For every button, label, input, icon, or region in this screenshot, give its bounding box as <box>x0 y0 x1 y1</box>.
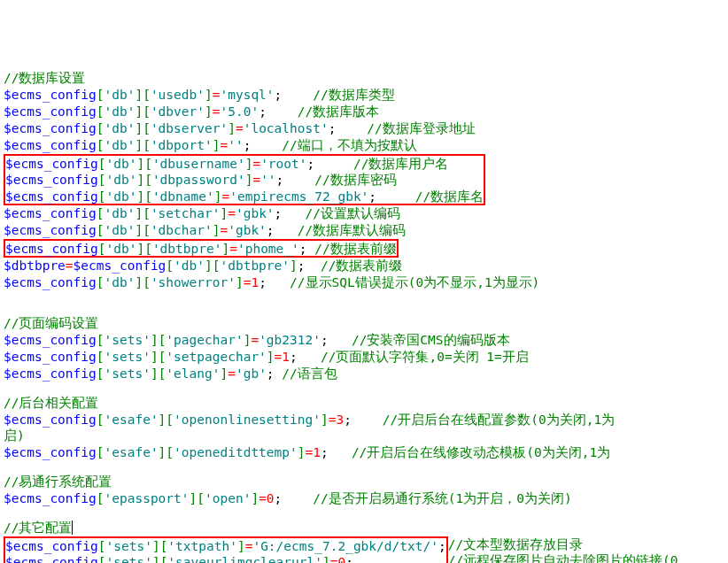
code-line: $ecms_config['epassport']['open']=0; //是… <box>4 490 724 507</box>
section-comment: //数据库设置 <box>4 70 724 87</box>
code-line: $ecms_config['db']['dbchar']='gbk'; //数据… <box>4 222 724 239</box>
section-comment: //后台相关配置 <box>4 395 724 412</box>
code-line: $ecms_config['db']['dbport']=''; //端口，不填… <box>4 137 724 154</box>
code-line: $ecms_config['db']['dbname']='empirecms_… <box>5 189 484 205</box>
highlight-box-other: $ecms_config['sets']['txtpath']='G:/ecms… <box>4 536 448 563</box>
code-line: $ecms_config['sets']['elang']='gb'; //语言… <box>4 366 724 382</box>
code-line: $ecms_config['sets']['txtpath']='G:/ecms… <box>5 538 446 555</box>
code-line: $ecms_config['sets']['pagechar']='gb2312… <box>4 332 724 349</box>
code-line: $ecms_config['sets']['setpagechar']=1; /… <box>4 349 724 366</box>
code-line: $ecms_config['db']['dbusername']='root';… <box>5 156 484 173</box>
code-block: //数据库设置$ecms_config['db']['usedb']='mysq… <box>4 70 724 563</box>
code-line: $ecms_config['db']['dbserver']='localhos… <box>4 120 724 137</box>
code-line: $ecms_config['db']['usedb']='mysql'; //数… <box>4 87 724 104</box>
code-line: $ecms_config['db']['showerror']=1; //显示S… <box>4 274 724 291</box>
highlight-box-db-credentials: $ecms_config['db']['dbusername']='root';… <box>4 154 485 206</box>
section-comment: //其它配置 <box>4 520 724 536</box>
code-line: 启) <box>4 428 724 444</box>
code-line: $ecms_config['sets']['saveurlimgclearurl… <box>5 554 446 563</box>
section-comment: //页面编码设置 <box>4 315 724 332</box>
section-comment: //易通行系统配置 <box>4 474 724 490</box>
code-line: $ecms_config['esafe']['openonlinesetting… <box>4 412 724 428</box>
code-comment: //远程保存图片自动去除图片的链接(0 <box>448 552 678 563</box>
code-line: $ecms_config['db']['dbver']='5.0'; //数据库… <box>4 104 724 120</box>
code-comment: //文本型数据存放目录 <box>448 536 678 553</box>
code-line: $dbtbpre=$ecms_config['db']['dbtbpre']; … <box>4 258 724 274</box>
code-line: $ecms_config['db']['setchar']='gbk'; //设… <box>4 205 724 222</box>
code-line: $ecms_config['esafe']['openeditdttemp']=… <box>4 444 724 461</box>
code-line: $ecms_config['db']['dbpassword']=''; //数… <box>5 172 484 189</box>
highlight-box-dbtbpre: $ecms_config['db']['dbtbpre']='phome_'; … <box>4 239 399 258</box>
code-line: $ecms_config['db']['dbtbpre']='phome_'; … <box>5 241 397 258</box>
